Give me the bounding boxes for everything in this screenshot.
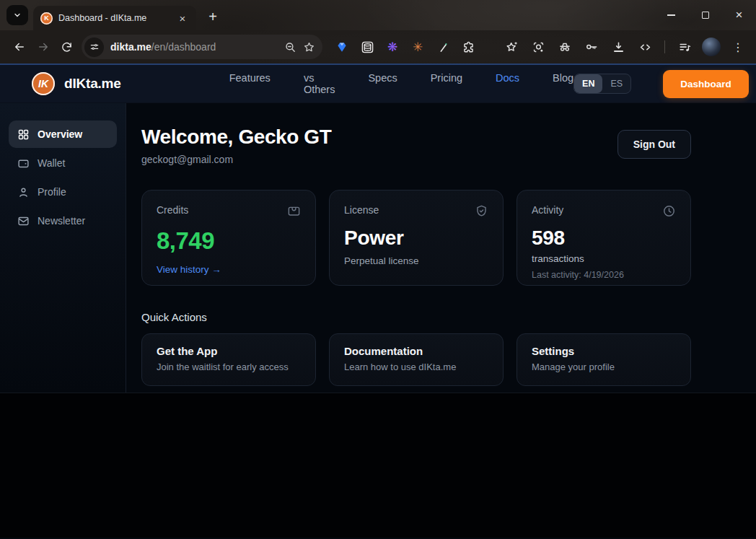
- welcome-row: Welcome, Gecko GT geckogt@gmail.com Sign…: [141, 126, 691, 165]
- license-sub: Perpetual license: [344, 255, 488, 266]
- nav-item-specs[interactable]: Specs: [368, 72, 397, 95]
- key-icon: [584, 40, 599, 54]
- page-background: [0, 393, 756, 538]
- site-favicon-icon: K: [40, 12, 53, 25]
- header-right: EN ES Dashboard: [573, 70, 749, 98]
- window-close-button[interactable]: ×: [722, 0, 756, 30]
- toolbar-right: ⋮: [502, 38, 749, 56]
- nav-item-vs-others[interactable]: vs Others: [304, 72, 335, 95]
- downloads-button[interactable]: [609, 38, 628, 56]
- zoom-indicator-button[interactable]: [284, 41, 296, 53]
- url-text[interactable]: dikta.me/en/dashboard: [110, 41, 278, 53]
- devtools-button[interactable]: [636, 38, 654, 56]
- settings-card[interactable]: Settings Manage your profile: [517, 333, 691, 386]
- documentation-subtitle: Learn how to use dIKta.me: [344, 361, 488, 372]
- sidebar-item-wallet[interactable]: Wallet: [9, 149, 117, 177]
- code-icon: [638, 40, 652, 54]
- orange-burst-extension-icon[interactable]: ✳: [410, 39, 426, 55]
- credits-value: 8,749: [157, 227, 301, 255]
- settings-subtitle: Manage your profile: [532, 361, 676, 372]
- bookmark-star-button[interactable]: [303, 41, 315, 53]
- address-bar[interactable]: dikta.me/en/dashboard: [82, 35, 322, 59]
- tab-close-icon[interactable]: ×: [176, 12, 189, 25]
- main-nav: Features vs Others Specs Pricing Docs Bl…: [229, 72, 573, 95]
- profile-avatar[interactable]: [702, 38, 721, 56]
- lens-button[interactable]: [529, 38, 548, 56]
- sidebar-item-label: Newsletter: [38, 215, 85, 227]
- lang-option-es[interactable]: ES: [602, 74, 630, 93]
- person-icon: [17, 186, 30, 198]
- tab-title: Dashboard - dIKta.me: [58, 13, 170, 23]
- close-icon: ×: [736, 8, 743, 22]
- window-minimize-button[interactable]: [654, 0, 688, 30]
- nav-item-blog[interactable]: Blog: [553, 72, 573, 95]
- get-app-card[interactable]: Get the App Join the waitlist for early …: [141, 333, 316, 386]
- site-brand[interactable]: IK dIKta.me: [32, 72, 121, 95]
- database-extension-icon[interactable]: [359, 39, 375, 55]
- back-button[interactable]: [7, 35, 31, 59]
- password-key-button[interactable]: [582, 38, 601, 56]
- browser-window: K Dashboard - dIKta.me × + × dikta.me/en…: [0, 0, 756, 539]
- activity-value: 598: [532, 227, 676, 250]
- stats-row: Credits 8,749 View history → License: [141, 190, 691, 286]
- reload-icon: [61, 41, 73, 53]
- quick-actions-row: Get the App Join the waitlist for early …: [141, 333, 691, 386]
- window-maximize-button[interactable]: [688, 0, 722, 30]
- lang-option-en[interactable]: EN: [574, 74, 602, 93]
- get-app-subtitle: Join the waitlist for early access: [157, 361, 301, 372]
- chevron-down-icon: [13, 11, 22, 19]
- site-header: IK dIKta.me Features vs Others Specs Pri…: [0, 65, 756, 103]
- page-title: Welcome, Gecko GT: [141, 126, 331, 149]
- sidebar-item-label: Wallet: [38, 157, 65, 169]
- view-history-link[interactable]: View history →: [157, 264, 301, 275]
- url-path: /en/dashboard: [151, 41, 216, 53]
- site-logo-icon: IK: [32, 72, 55, 95]
- url-domain: dikta.me: [110, 41, 151, 53]
- maximize-icon: [702, 12, 709, 19]
- license-card: License Power Perpetual license: [329, 190, 504, 286]
- activity-card: Activity 598 transactions Last activity:…: [517, 190, 691, 286]
- sign-out-button[interactable]: Sign Out: [617, 130, 691, 159]
- sidebar-item-label: Overview: [38, 128, 82, 140]
- extensions-puzzle-icon[interactable]: [460, 39, 476, 55]
- settings-title: Settings: [532, 345, 676, 357]
- nav-item-pricing[interactable]: Pricing: [431, 72, 462, 95]
- sidebar-item-overview[interactable]: Overview: [9, 120, 117, 148]
- download-icon: [612, 40, 625, 54]
- dashboard-button[interactable]: Dashboard: [663, 70, 749, 98]
- nav-item-features[interactable]: Features: [229, 72, 271, 95]
- shield-check-icon: [475, 204, 488, 221]
- activity-note: Last activity: 4/19/2026: [532, 270, 676, 280]
- purple-gear-extension-icon[interactable]: ❋: [384, 39, 400, 55]
- reload-button[interactable]: [55, 35, 79, 59]
- license-label: License: [344, 204, 379, 216]
- forward-button[interactable]: [31, 35, 55, 59]
- bookmark-sparkle-button[interactable]: [502, 38, 521, 56]
- quick-actions-title: Quick Actions: [141, 311, 691, 323]
- forward-arrow-icon: [37, 40, 50, 53]
- browser-tab[interactable]: K Dashboard - dIKta.me ×: [33, 6, 196, 30]
- site-settings-button[interactable]: [84, 38, 104, 57]
- credits-label: Credits: [157, 204, 188, 216]
- nav-item-docs[interactable]: Docs: [496, 72, 519, 95]
- pen-extension-icon[interactable]: [435, 39, 451, 55]
- envelope-icon: [17, 215, 30, 227]
- sidebar-item-profile[interactable]: Profile: [9, 178, 117, 206]
- documentation-card[interactable]: Documentation Learn how to use dIKta.me: [329, 333, 504, 386]
- window-controls: ×: [654, 0, 756, 30]
- gem-extension-icon[interactable]: [334, 39, 350, 55]
- new-tab-button[interactable]: +: [203, 6, 223, 27]
- wallet-card-icon: [287, 204, 301, 221]
- sidebar-item-newsletter[interactable]: Newsletter: [9, 207, 117, 235]
- incognito-button[interactable]: [555, 38, 574, 56]
- sidebar: Overview Wallet Profile Newsletter: [0, 103, 126, 393]
- documentation-title: Documentation: [344, 345, 488, 357]
- browser-menu-button[interactable]: ⋮: [729, 38, 747, 56]
- tab-search-button[interactable]: [6, 5, 28, 25]
- sidebar-item-label: Profile: [38, 186, 66, 198]
- webpage: IK dIKta.me Features vs Others Specs Pri…: [0, 63, 756, 539]
- credits-card: Credits 8,749 View history →: [141, 190, 316, 286]
- activity-label: Activity: [532, 204, 563, 216]
- activity-sub: transactions: [532, 253, 676, 264]
- media-playlist-button[interactable]: [675, 38, 694, 56]
